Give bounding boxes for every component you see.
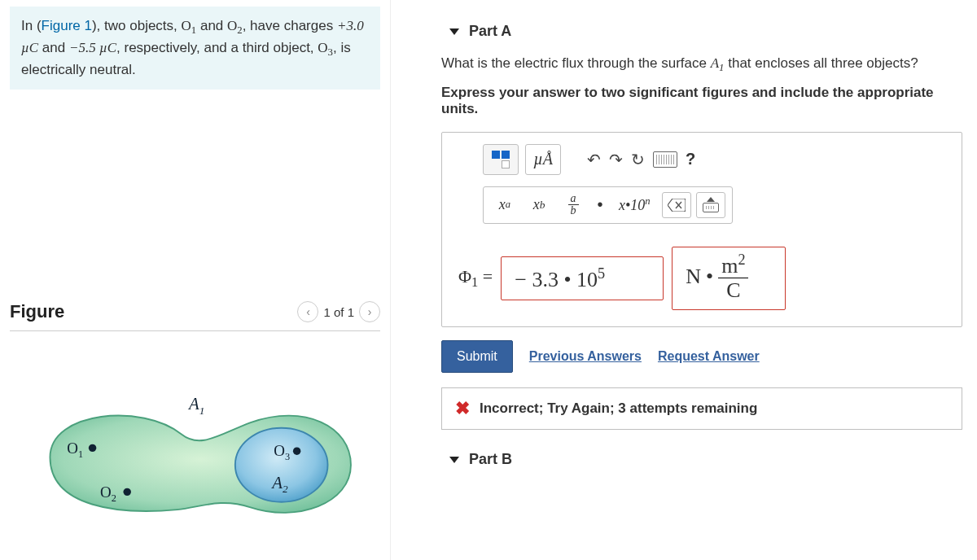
part-a-title: Part A [469, 23, 511, 40]
figure-link[interactable]: Figure 1 [42, 18, 92, 33]
svg-text:A1: A1 [187, 394, 204, 417]
part-a-question: What is the electric flux through the su… [441, 53, 967, 77]
request-answer-link[interactable]: Request Answer [658, 349, 760, 364]
templates-button[interactable] [483, 144, 519, 175]
svg-point-3 [293, 448, 300, 455]
redo-icon[interactable]: ↷ [609, 150, 623, 169]
answer-area: µÅ ↶ ↷ ↻ ? xa xb ab • x•10n [441, 132, 962, 328]
figure-title: Figure [10, 301, 64, 322]
phi-label: Φ1 = [458, 266, 493, 291]
pager-label: 1 of 1 [323, 305, 354, 319]
fraction-button[interactable]: ab [559, 192, 588, 218]
part-b-title: Part B [469, 451, 512, 468]
undo-icon[interactable]: ↶ [587, 150, 601, 169]
figure-pager: ‹ 1 of 1 › [297, 301, 380, 322]
help-icon[interactable]: ? [686, 150, 695, 168]
answer-units-input[interactable]: N • m2 C [672, 247, 786, 311]
feedback-box: ✖ Incorrect; Try Again; 3 attempts remai… [441, 387, 962, 430]
subscript-button[interactable]: xb [524, 192, 554, 218]
units-button[interactable]: µÅ [525, 144, 561, 175]
figure-image: A1 A2 O1 O2 O3 [10, 380, 368, 527]
previous-answers-link[interactable]: Previous Answers [529, 349, 642, 364]
feedback-text: Incorrect; Try Again; 3 attempts remaini… [480, 400, 757, 417]
keyboard-toggle-button[interactable] [696, 192, 725, 218]
pager-next-button[interactable]: › [359, 301, 380, 322]
problem-statement: In (Figure 1), two objects, O1 and O2, h… [10, 7, 380, 90]
collapse-part-a-icon[interactable] [449, 28, 459, 35]
format-toolbar: xa xb ab • x•10n [483, 186, 733, 224]
submit-button[interactable]: Submit [441, 340, 513, 373]
problem-text: In ( [21, 18, 42, 33]
incorrect-icon: ✖ [455, 398, 470, 419]
backspace-button[interactable] [662, 192, 691, 218]
answer-value-input[interactable]: − 3.3 • 105 [501, 256, 664, 301]
reset-icon[interactable]: ↻ [631, 150, 645, 169]
collapse-part-b-icon[interactable] [449, 457, 459, 463]
keyboard-icon[interactable] [653, 151, 677, 168]
sci-notation-button[interactable]: x•10n [612, 192, 657, 218]
svg-point-2 [123, 488, 130, 496]
pager-prev-button[interactable]: ‹ [297, 301, 318, 322]
dot-separator: • [593, 195, 607, 214]
superscript-button[interactable]: xa [490, 192, 519, 218]
part-a-instruction: Express your answer to two significant f… [441, 85, 967, 117]
svg-point-1 [89, 444, 96, 452]
